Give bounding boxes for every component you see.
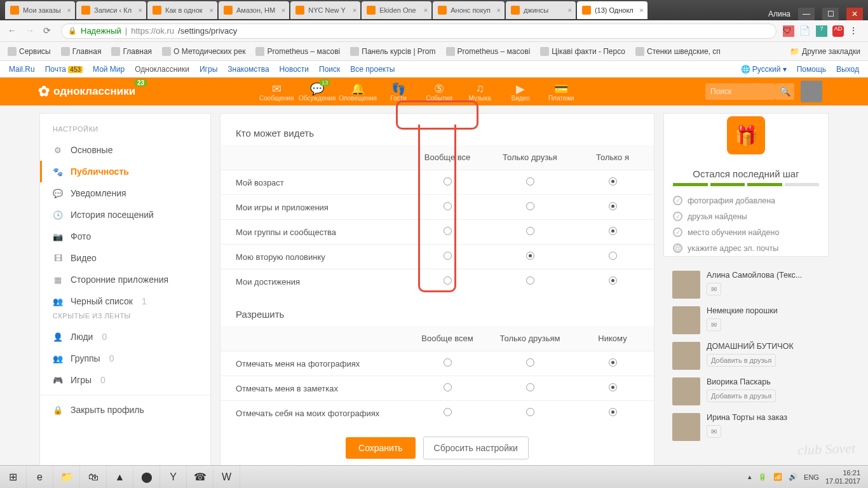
radio-option[interactable]	[609, 177, 617, 186]
radio-option[interactable]	[609, 408, 617, 416]
radio-option[interactable]	[526, 276, 534, 285]
friend-action[interactable]: ✉	[707, 318, 721, 331]
close-icon[interactable]: ×	[139, 6, 142, 14]
lang-switch[interactable]: 🌐 Русский ▾	[741, 65, 787, 74]
mailru-link[interactable]: Одноклассники	[135, 65, 189, 74]
sidebar-item[interactable]: 👥Черный список1	[40, 290, 210, 312]
radio-option[interactable]	[609, 202, 617, 210]
bookmark-item[interactable]: Стенки шведские, сп	[635, 47, 721, 56]
browser-tab[interactable]: Амазон, HM×	[219, 1, 289, 19]
radio-option[interactable]	[609, 383, 617, 391]
browser-tab[interactable]: Ekiden One×	[362, 1, 431, 19]
browser-tab[interactable]: джинсы×	[506, 1, 576, 19]
sidebar-item[interactable]: ▦Сторонние приложения	[40, 269, 210, 290]
friend-avatar[interactable]	[672, 342, 700, 370]
close-icon[interactable]: ×	[210, 6, 214, 14]
browser-tab[interactable]: NYC New Y×	[290, 1, 360, 19]
friend-action[interactable]: ✉	[707, 283, 721, 295]
friend-avatar[interactable]	[672, 306, 700, 334]
browser-tab[interactable]: Мои заказы×	[5, 1, 75, 19]
close-profile[interactable]: 🔒 Закрыть профиль	[40, 399, 210, 421]
sidebar-item[interactable]: 🕓История посещений	[40, 204, 210, 226]
save-button[interactable]: Сохранить	[346, 437, 416, 459]
radio-option[interactable]	[526, 202, 534, 210]
forward-button[interactable]: →	[25, 25, 37, 37]
ok-nav-item[interactable]: ⑤События	[419, 82, 459, 102]
ok-nav-item[interactable]: 👣Гости	[378, 82, 419, 102]
ok-nav-item[interactable]: 🔔Оповещения	[337, 82, 378, 102]
radio-option[interactable]	[526, 358, 534, 367]
tb-word[interactable]: W	[214, 466, 240, 488]
radio-option[interactable]	[526, 252, 534, 260]
tray-volume-icon[interactable]: 🔊	[789, 473, 797, 481]
ok-nav-item[interactable]: ▶Видео	[500, 82, 541, 102]
back-button[interactable]: ←	[8, 25, 19, 37]
ok-nav-item[interactable]: ♫Музыка	[459, 82, 500, 102]
mailru-link[interactable]: Новости	[280, 65, 309, 74]
close-icon[interactable]: ×	[281, 6, 285, 14]
logout-link[interactable]: Выход	[836, 65, 859, 74]
tb-explorer[interactable]: 📁	[53, 466, 80, 488]
window-close[interactable]: ✕	[846, 8, 863, 20]
sidebar-item[interactable]: ⚙Основные	[40, 139, 210, 161]
mailru-link[interactable]: Почта 453	[45, 65, 83, 74]
friend-avatar[interactable]	[672, 413, 700, 441]
bookmark-item[interactable]: Панель курсів | Prom	[350, 47, 435, 56]
close-icon[interactable]: ×	[424, 6, 428, 14]
friend-action[interactable]: ✉	[707, 425, 721, 438]
bookmark-item[interactable]: Сервисы	[8, 47, 51, 56]
close-icon[interactable]: ×	[67, 6, 71, 14]
bookmark-item[interactable]: Цікаві факти - Персо	[540, 47, 625, 56]
friend-name[interactable]: ДОМАШНИЙ БУТИЧОК	[707, 342, 794, 351]
mailru-link[interactable]: Игры	[200, 65, 217, 74]
bookmark-item[interactable]: Prometheus – масові	[446, 47, 531, 56]
close-icon[interactable]: ×	[496, 6, 500, 14]
help-link[interactable]: Помощь	[797, 65, 826, 74]
friend-action[interactable]: Добавить в друзья	[707, 390, 776, 402]
tb-chrome[interactable]: ⬤	[133, 466, 160, 488]
sidebar-item[interactable]: 🎮Игры0	[40, 369, 210, 391]
reset-button[interactable]: Сбросить настройки	[423, 437, 529, 459]
start-button[interactable]: ⊞	[0, 466, 27, 488]
radio-option[interactable]	[444, 358, 452, 367]
ok-nav-item[interactable]: ✉Сообщения	[256, 82, 297, 102]
mailru-link[interactable]: Поиск	[319, 65, 340, 74]
window-minimize[interactable]: —	[798, 8, 815, 20]
radio-option[interactable]	[609, 276, 617, 285]
search-icon[interactable]: 🔍	[775, 83, 794, 100]
radio-option[interactable]	[609, 252, 617, 260]
mailru-link[interactable]: Мой Мир	[93, 65, 125, 74]
browser-tab[interactable]: (13) Однокл×	[577, 1, 648, 19]
close-icon[interactable]: ×	[567, 6, 571, 14]
sidebar-item[interactable]: 👥Группы0	[40, 348, 210, 369]
radio-option[interactable]	[526, 177, 534, 186]
ok-logo[interactable]: ✿одноклассники 23	[38, 83, 135, 100]
mailru-link[interactable]: Знакомства	[227, 65, 269, 74]
friend-avatar[interactable]	[672, 377, 700, 405]
sidebar-item[interactable]: 💬Уведомления	[40, 182, 210, 204]
url-input[interactable]: 🔒 Надежный | https://ok.ru/settings/priv…	[61, 24, 776, 39]
friend-action[interactable]: Добавить в друзья	[707, 354, 776, 367]
radio-option[interactable]	[526, 408, 534, 416]
tb-viber[interactable]: ☎	[187, 466, 214, 488]
radio-option[interactable]	[609, 227, 617, 235]
other-bookmarks[interactable]: 📁 Другие закладки	[790, 47, 860, 56]
radio-option[interactable]	[444, 383, 452, 391]
friend-name[interactable]: Алина Самойлова (Текс...	[707, 271, 802, 280]
sidebar-item[interactable]: 📷Фото	[40, 226, 210, 247]
close-icon[interactable]: ×	[639, 6, 643, 14]
radio-option[interactable]	[609, 358, 617, 367]
tb-store[interactable]: 🛍	[80, 466, 107, 488]
close-icon[interactable]: ×	[353, 6, 356, 14]
friend-name[interactable]: Ирина Торты на заказ	[707, 413, 787, 423]
friend-name[interactable]: Виорика Паскарь	[707, 377, 776, 387]
tray-up-icon[interactable]: ▴	[748, 473, 752, 481]
sidebar-item[interactable]: 🎞Видео	[40, 247, 210, 269]
friend-avatar[interactable]	[672, 271, 700, 299]
browser-tab[interactable]: Записи ‹ Кл×	[76, 1, 146, 19]
friend-name[interactable]: Немецкие порошки	[707, 306, 778, 316]
sidebar-item[interactable]: 👤Люди0	[40, 326, 210, 348]
bookmark-item[interactable]: Главная	[111, 47, 152, 56]
ok-search-input[interactable]	[705, 83, 775, 100]
browser-tab[interactable]: Как в однок×	[147, 1, 217, 19]
